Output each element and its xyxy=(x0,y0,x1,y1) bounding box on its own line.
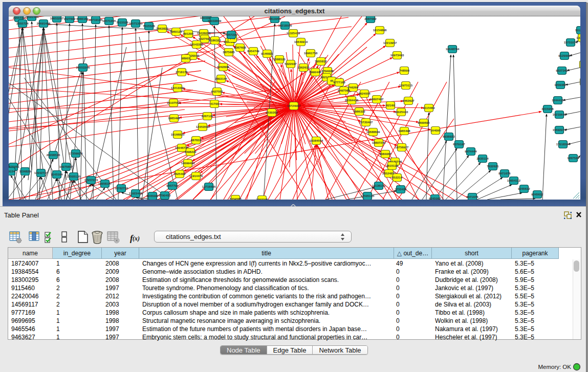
svg-text:20206536: 20206536 xyxy=(47,154,60,157)
svg-text:8990448: 8990448 xyxy=(309,71,321,74)
svg-text:9463627: 9463627 xyxy=(402,99,415,102)
svg-text:20364436: 20364436 xyxy=(345,99,359,102)
svg-text:16571355: 16571355 xyxy=(129,22,143,25)
svg-text:10654112: 10654112 xyxy=(507,179,521,182)
svg-text:2803144: 2803144 xyxy=(215,77,227,80)
svg-text:7632621: 7632621 xyxy=(487,165,499,168)
svg-text:17957223: 17957223 xyxy=(84,179,98,182)
svg-text:15692971: 15692971 xyxy=(553,128,567,132)
svg-text:9245002: 9245002 xyxy=(146,194,159,198)
svg-text:8960124: 8960124 xyxy=(170,30,182,33)
svg-text:3624554: 3624554 xyxy=(358,92,371,95)
svg-text:9427552: 9427552 xyxy=(211,90,223,93)
svg-text:8471676: 8471676 xyxy=(498,172,511,175)
svg-text:9474444: 9474444 xyxy=(465,150,477,153)
svg-text:2935114: 2935114 xyxy=(476,157,489,160)
svg-text:10807487: 10807487 xyxy=(370,98,384,101)
svg-text:1156829: 1156829 xyxy=(19,170,31,173)
svg-text:1267534: 1267534 xyxy=(567,157,579,160)
svg-text:2055724: 2055724 xyxy=(16,22,29,25)
svg-text:12213957: 12213957 xyxy=(383,41,397,45)
svg-text:10653267: 10653267 xyxy=(50,17,64,20)
svg-text:18807249: 18807249 xyxy=(372,141,386,144)
svg-text:6794028: 6794028 xyxy=(321,70,334,73)
svg-text:16571355: 16571355 xyxy=(102,19,116,23)
svg-text:6497568: 6497568 xyxy=(338,89,350,92)
svg-text:5322037: 5322037 xyxy=(285,62,297,65)
svg-text:8938923: 8938923 xyxy=(443,135,455,138)
svg-text:62160: 62160 xyxy=(386,104,395,107)
svg-text:7234588: 7234588 xyxy=(229,198,242,200)
svg-text:7955812: 7955812 xyxy=(315,60,327,63)
svg-text:11923448: 11923448 xyxy=(129,192,143,195)
svg-text:9245612: 9245612 xyxy=(518,187,530,190)
svg-text:19756927: 19756927 xyxy=(395,146,409,149)
svg-text:41700: 41700 xyxy=(210,102,219,105)
svg-text:3215958: 3215958 xyxy=(541,107,554,111)
svg-text:2367608: 2367608 xyxy=(234,46,246,49)
svg-text:12942737: 12942737 xyxy=(34,171,48,174)
svg-text:16210643: 16210643 xyxy=(553,113,567,116)
svg-text:16154808: 16154808 xyxy=(373,29,387,32)
svg-text:9129906: 9129906 xyxy=(558,54,571,57)
svg-text:3267130: 3267130 xyxy=(201,115,213,118)
svg-text:(x): (x) xyxy=(133,235,140,242)
svg-text:1209387: 1209387 xyxy=(554,83,567,86)
svg-text:39154: 39154 xyxy=(9,170,15,173)
svg-text:10961758: 10961758 xyxy=(304,52,318,55)
svg-text:12505135: 12505135 xyxy=(361,194,375,198)
svg-text:2718176: 2718176 xyxy=(176,71,188,74)
svg-text:17359924: 17359924 xyxy=(69,152,83,155)
svg-text:14099483: 14099483 xyxy=(181,162,195,165)
svg-text:19384554: 19384554 xyxy=(310,139,323,142)
svg-text:15226058: 15226058 xyxy=(197,32,211,35)
svg-text:252214: 252214 xyxy=(392,176,403,179)
svg-text:12975115: 12975115 xyxy=(399,84,413,87)
svg-text:7986322: 7986322 xyxy=(353,110,365,113)
svg-text:1588520: 1588520 xyxy=(273,58,286,61)
svg-text:748500: 748500 xyxy=(580,42,580,45)
svg-text:9146821: 9146821 xyxy=(261,52,273,55)
svg-text:164095: 164095 xyxy=(430,129,441,132)
svg-text:3498222: 3498222 xyxy=(184,150,197,154)
svg-text:2087682: 2087682 xyxy=(364,17,377,20)
svg-text:16543382: 16543382 xyxy=(190,43,204,46)
svg-text:13716485: 13716485 xyxy=(202,185,216,188)
svg-text:7357224: 7357224 xyxy=(225,33,237,36)
svg-text:12213389: 12213389 xyxy=(171,86,185,90)
svg-text:8186323: 8186323 xyxy=(209,39,221,42)
svg-text:15720407: 15720407 xyxy=(359,121,373,124)
svg-text:15751074: 15751074 xyxy=(564,41,578,44)
svg-text:1965498: 1965498 xyxy=(168,117,180,120)
svg-text:19166825: 19166825 xyxy=(171,133,185,136)
svg-text:10719185: 10719185 xyxy=(89,18,103,21)
svg-text:2055724: 2055724 xyxy=(13,16,25,19)
svg-text:10025433: 10025433 xyxy=(395,111,408,114)
svg-text:6466160: 6466160 xyxy=(76,17,89,20)
svg-text:9084067: 9084067 xyxy=(379,152,391,156)
svg-text:10688609: 10688609 xyxy=(366,130,380,134)
svg-text:10973493: 10973493 xyxy=(390,54,404,57)
svg-text:8454749: 8454749 xyxy=(247,50,259,53)
svg-text:7663822: 7663822 xyxy=(156,27,168,30)
svg-text:10958107: 10958107 xyxy=(98,182,112,185)
svg-text:7625402: 7625402 xyxy=(173,172,186,176)
svg-text:9115460: 9115460 xyxy=(423,106,435,110)
svg-text:8813054: 8813054 xyxy=(269,17,281,20)
svg-text:9699695: 9699695 xyxy=(418,121,430,124)
svg-text:16640910: 16640910 xyxy=(294,40,308,43)
svg-text:11325419: 11325419 xyxy=(287,32,300,35)
svg-text:1145194: 1145194 xyxy=(51,173,63,176)
svg-text:887833: 887833 xyxy=(191,139,202,142)
svg-text:9777169: 9777169 xyxy=(333,81,345,84)
svg-text:2530203: 2530203 xyxy=(266,111,278,114)
svg-text:1733426: 1733426 xyxy=(395,188,407,191)
svg-text:98901: 98901 xyxy=(182,57,190,60)
svg-text:16782759: 16782759 xyxy=(115,187,128,190)
svg-text:748500: 748500 xyxy=(399,69,410,72)
svg-text:8790452: 8790452 xyxy=(159,194,171,197)
svg-text:20553346: 20553346 xyxy=(76,66,90,69)
svg-text:11914479: 11914479 xyxy=(189,174,203,178)
svg-text:9242848: 9242848 xyxy=(217,65,229,69)
svg-text:7515526: 7515526 xyxy=(143,25,155,28)
